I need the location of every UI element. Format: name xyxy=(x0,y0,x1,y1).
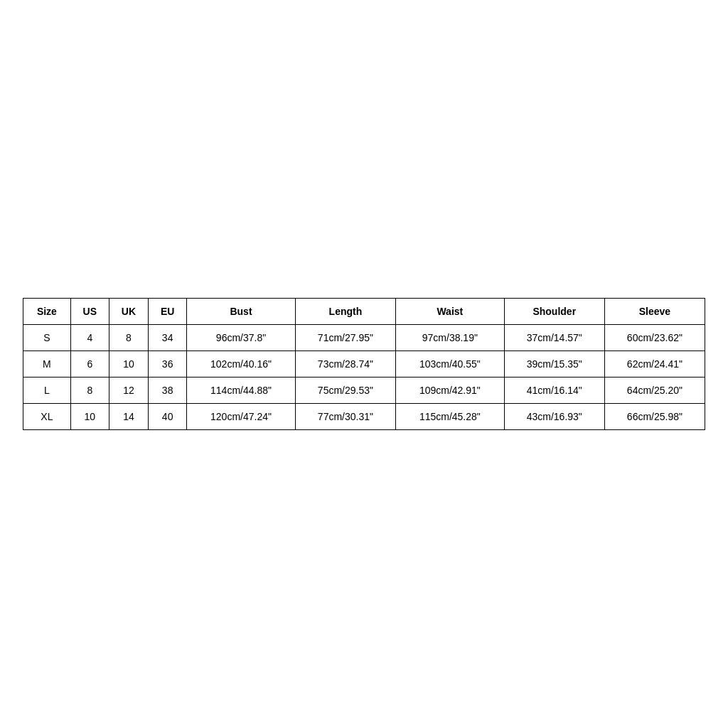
cell-sleeve-row3: 66cm/25.98" xyxy=(604,404,705,430)
cell-sleeve-row2: 64cm/25.20" xyxy=(604,378,705,404)
cell-shoulder-row3: 43cm/16.93" xyxy=(504,404,604,430)
cell-eu-row1: 36 xyxy=(149,351,187,378)
cell-eu-row2: 38 xyxy=(149,378,187,404)
cell-us-row3: 10 xyxy=(70,404,109,430)
size-chart-container: Size US UK EU Bust Length Waist Shoulder… xyxy=(23,298,705,430)
cell-waist-row3: 115cm/45.28" xyxy=(396,404,505,430)
cell-size-row3: XL xyxy=(23,404,71,430)
cell-us-row1: 6 xyxy=(70,351,109,378)
cell-eu-row3: 40 xyxy=(149,404,187,430)
cell-eu-row0: 34 xyxy=(149,325,187,351)
cell-length-row0: 71cm/27.95" xyxy=(295,325,395,351)
cell-sleeve-row1: 62cm/24.41" xyxy=(604,351,705,378)
header-uk: UK xyxy=(109,299,148,325)
cell-size-row1: M xyxy=(23,351,71,378)
cell-uk-row2: 12 xyxy=(109,378,148,404)
cell-shoulder-row1: 39cm/15.35" xyxy=(504,351,604,378)
cell-waist-row2: 109cm/42.91" xyxy=(396,378,505,404)
header-size: Size xyxy=(23,299,71,325)
cell-length-row1: 73cm/28.74" xyxy=(295,351,395,378)
table-row: XL101440120cm/47.24"77cm/30.31"115cm/45.… xyxy=(23,404,705,430)
cell-size-row0: S xyxy=(23,325,71,351)
cell-us-row2: 8 xyxy=(70,378,109,404)
table-row: S483496cm/37.8"71cm/27.95"97cm/38.19"37c… xyxy=(23,325,705,351)
table-header-row: Size US UK EU Bust Length Waist Shoulder… xyxy=(23,299,705,325)
cell-bust-row3: 120cm/47.24" xyxy=(187,404,296,430)
table-row: L81238114cm/44.88"75cm/29.53"109cm/42.91… xyxy=(23,378,705,404)
cell-bust-row1: 102cm/40.16" xyxy=(187,351,296,378)
cell-length-row3: 77cm/30.31" xyxy=(295,404,395,430)
header-bust: Bust xyxy=(187,299,296,325)
cell-uk-row3: 14 xyxy=(109,404,148,430)
cell-shoulder-row2: 41cm/16.14" xyxy=(504,378,604,404)
table-row: M61036102cm/40.16"73cm/28.74"103cm/40.55… xyxy=(23,351,705,378)
header-eu: EU xyxy=(149,299,187,325)
header-us: US xyxy=(70,299,109,325)
size-chart-table: Size US UK EU Bust Length Waist Shoulder… xyxy=(23,298,705,430)
header-waist: Waist xyxy=(396,299,505,325)
cell-uk-row0: 8 xyxy=(109,325,148,351)
cell-waist-row0: 97cm/38.19" xyxy=(396,325,505,351)
cell-size-row2: L xyxy=(23,378,71,404)
cell-length-row2: 75cm/29.53" xyxy=(295,378,395,404)
cell-us-row0: 4 xyxy=(70,325,109,351)
cell-uk-row1: 10 xyxy=(109,351,148,378)
cell-sleeve-row0: 60cm/23.62" xyxy=(604,325,705,351)
cell-bust-row2: 114cm/44.88" xyxy=(187,378,296,404)
header-length: Length xyxy=(295,299,395,325)
header-shoulder: Shoulder xyxy=(504,299,604,325)
cell-bust-row0: 96cm/37.8" xyxy=(187,325,296,351)
cell-waist-row1: 103cm/40.55" xyxy=(396,351,505,378)
cell-shoulder-row0: 37cm/14.57" xyxy=(504,325,604,351)
header-sleeve: Sleeve xyxy=(604,299,705,325)
